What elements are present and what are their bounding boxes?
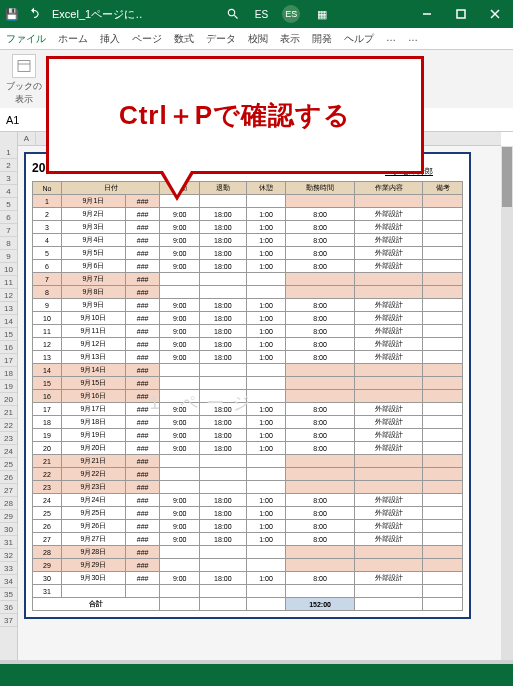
table-cell[interactable]: 3: [33, 221, 62, 234]
table-cell[interactable]: [246, 195, 285, 208]
table-cell[interactable]: 18:00: [199, 325, 246, 338]
table-cell[interactable]: ###: [125, 494, 160, 507]
table-cell[interactable]: 26: [33, 520, 62, 533]
table-cell[interactable]: 16: [33, 390, 62, 403]
table-cell[interactable]: 9:00: [160, 247, 199, 260]
table-cell[interactable]: 18:00: [199, 208, 246, 221]
table-cell[interactable]: 9月15日: [62, 377, 126, 390]
table-cell[interactable]: 18:00: [199, 312, 246, 325]
table-cell[interactable]: ###: [125, 312, 160, 325]
table-cell[interactable]: [354, 286, 423, 299]
row-header[interactable]: 10: [0, 263, 17, 276]
table-cell[interactable]: [246, 468, 285, 481]
row-header[interactable]: 2: [0, 159, 17, 172]
table-cell[interactable]: 1:00: [246, 338, 285, 351]
row-header[interactable]: 8: [0, 237, 17, 250]
table-cell[interactable]: 27: [33, 533, 62, 546]
table-cell[interactable]: [354, 585, 423, 598]
table-cell[interactable]: 外部設計: [354, 325, 423, 338]
table-cell[interactable]: ###: [125, 377, 160, 390]
table-cell[interactable]: 8:00: [286, 221, 355, 234]
table-cell[interactable]: [423, 221, 463, 234]
column-header[interactable]: A: [18, 132, 36, 145]
table-cell[interactable]: 18:00: [199, 403, 246, 416]
table-cell[interactable]: 9:00: [160, 312, 199, 325]
table-cell[interactable]: 1:00: [246, 442, 285, 455]
row-header[interactable]: 12: [0, 289, 17, 302]
table-cell[interactable]: 9月11日: [62, 325, 126, 338]
table-cell[interactable]: [354, 546, 423, 559]
table-cell[interactable]: [423, 533, 463, 546]
table-cell[interactable]: 6: [33, 260, 62, 273]
table-cell[interactable]: ###: [125, 429, 160, 442]
row-header[interactable]: 16: [0, 341, 17, 354]
table-cell[interactable]: ###: [125, 572, 160, 585]
table-cell[interactable]: 18:00: [199, 442, 246, 455]
table-cell[interactable]: [354, 273, 423, 286]
table-cell[interactable]: [354, 364, 423, 377]
row-header[interactable]: 19: [0, 380, 17, 393]
minimize-button[interactable]: [413, 0, 441, 28]
ribbon-tab[interactable]: データ: [200, 28, 242, 49]
row-header[interactable]: 17: [0, 354, 17, 367]
table-cell[interactable]: [423, 481, 463, 494]
table-cell[interactable]: [246, 390, 285, 403]
table-cell[interactable]: 8:00: [286, 533, 355, 546]
table-cell[interactable]: [286, 455, 355, 468]
table-cell[interactable]: ###: [125, 442, 160, 455]
table-cell[interactable]: [423, 416, 463, 429]
table-cell[interactable]: 18:00: [199, 351, 246, 364]
table-cell[interactable]: [199, 468, 246, 481]
table-cell[interactable]: [423, 442, 463, 455]
table-cell[interactable]: 18:00: [199, 429, 246, 442]
table-cell[interactable]: 11: [33, 325, 62, 338]
table-cell[interactable]: [423, 299, 463, 312]
table-cell[interactable]: [199, 364, 246, 377]
table-cell[interactable]: 18:00: [199, 260, 246, 273]
row-header[interactable]: 29: [0, 510, 17, 523]
table-cell[interactable]: [423, 286, 463, 299]
table-cell[interactable]: [286, 468, 355, 481]
table-cell[interactable]: 9月8日: [62, 286, 126, 299]
table-cell[interactable]: [423, 455, 463, 468]
table-cell[interactable]: 9:00: [160, 325, 199, 338]
table-cell[interactable]: 2: [33, 208, 62, 221]
table-cell[interactable]: 8:00: [286, 494, 355, 507]
ribbon-tab[interactable]: ファイル: [0, 28, 52, 49]
row-header[interactable]: 37: [0, 614, 17, 627]
table-cell[interactable]: 28: [33, 546, 62, 559]
row-header[interactable]: 32: [0, 549, 17, 562]
ribbon-tab[interactable]: …: [402, 28, 424, 49]
table-cell[interactable]: ###: [125, 325, 160, 338]
table-cell[interactable]: 1:00: [246, 247, 285, 260]
table-cell[interactable]: [423, 520, 463, 533]
table-cell[interactable]: [423, 494, 463, 507]
table-cell[interactable]: 8:00: [286, 338, 355, 351]
table-cell[interactable]: [199, 559, 246, 572]
row-header[interactable]: 33: [0, 562, 17, 575]
row-header[interactable]: 31: [0, 536, 17, 549]
table-cell[interactable]: [160, 286, 199, 299]
table-cell[interactable]: 12: [33, 338, 62, 351]
table-cell[interactable]: [246, 286, 285, 299]
table-cell[interactable]: 外部設計: [354, 533, 423, 546]
table-cell[interactable]: 1:00: [246, 494, 285, 507]
table-cell[interactable]: [354, 195, 423, 208]
table-cell[interactable]: ###: [125, 260, 160, 273]
ribbon-tab[interactable]: ホーム: [52, 28, 94, 49]
table-cell[interactable]: 14: [33, 364, 62, 377]
table-cell[interactable]: 9:00: [160, 520, 199, 533]
table-cell[interactable]: [286, 195, 355, 208]
window-mode-icon[interactable]: ▦: [314, 6, 330, 22]
table-cell[interactable]: [160, 559, 199, 572]
table-cell[interactable]: 9:00: [160, 351, 199, 364]
table-cell[interactable]: 8:00: [286, 208, 355, 221]
table-cell[interactable]: 1:00: [246, 429, 285, 442]
row-header[interactable]: 18: [0, 367, 17, 380]
table-cell[interactable]: [286, 481, 355, 494]
table-cell[interactable]: [199, 377, 246, 390]
table-cell[interactable]: 8:00: [286, 572, 355, 585]
table-cell[interactable]: ###: [125, 208, 160, 221]
table-cell[interactable]: [423, 351, 463, 364]
row-header[interactable]: 14: [0, 315, 17, 328]
